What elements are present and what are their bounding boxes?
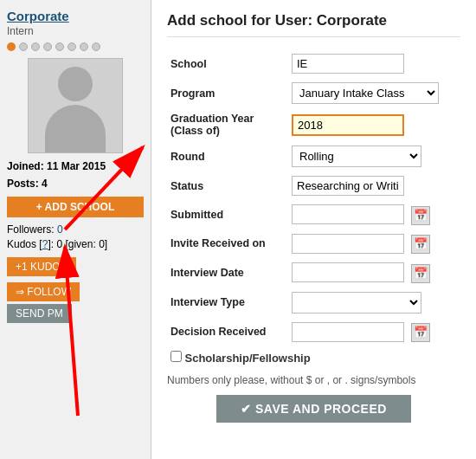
- follow-pm-buttons: ⇒ FOLLOW SEND PM: [7, 280, 144, 323]
- main-form: Add school for User: Corporate School Pr…: [151, 0, 476, 459]
- interview-date-calendar-icon[interactable]: 📅: [411, 264, 430, 283]
- interview-date-cell: 📅: [288, 258, 460, 288]
- dot-7: [80, 42, 88, 51]
- decision-calendar-icon[interactable]: 📅: [411, 323, 430, 342]
- posts-count: 4: [42, 178, 48, 190]
- avatar-head: [58, 67, 93, 101]
- followers-count-link[interactable]: 0: [57, 223, 63, 236]
- invite-label: Invite Received on: [167, 230, 288, 259]
- round-row: Round Rolling Round 1 Round 2 Round 3: [167, 141, 460, 171]
- interview-date-row: Interview Date 📅: [167, 258, 460, 288]
- round-select[interactable]: Rolling Round 1 Round 2 Round 3: [292, 145, 421, 167]
- sidebar-username[interactable]: Corporate: [7, 9, 144, 23]
- invite-input[interactable]: [292, 234, 404, 254]
- joined-date: 11 Mar 2015: [47, 160, 106, 172]
- sidebar-role: Intern: [7, 25, 144, 37]
- form-title: Add school for User: Corporate: [167, 12, 460, 37]
- grad-year-label: Graduation Year (Class of): [167, 108, 288, 141]
- scholarship-cell: Scholarship/Fellowship: [167, 346, 460, 369]
- kudos-help-link[interactable]: ?: [42, 238, 48, 250]
- submitted-input[interactable]: [292, 204, 404, 224]
- submitted-label: Submitted: [167, 200, 288, 230]
- scholarship-row: Scholarship/Fellowship: [167, 346, 460, 369]
- submitted-row: Submitted 📅: [167, 200, 460, 230]
- scholarship-checkbox[interactable]: [170, 351, 182, 362]
- interview-type-cell: On Campus Off Campus Phone Skype: [288, 288, 460, 318]
- kudos-button[interactable]: +1 KUDOS: [7, 257, 76, 276]
- save-proceed-button[interactable]: ✔ SAVE AND PROCEED: [216, 395, 411, 423]
- dot-6: [68, 42, 76, 51]
- followers-label: Followers:: [7, 223, 55, 236]
- dot-2: [19, 42, 28, 51]
- school-input[interactable]: [292, 54, 404, 74]
- avatar-silhouette: [45, 67, 106, 145]
- dot-4: [43, 42, 52, 51]
- joined-info: Joined: 11 Mar 2015: [7, 160, 144, 172]
- joined-label: Joined:: [7, 160, 44, 172]
- kudos-count: 0: [56, 238, 62, 250]
- avatar: [28, 58, 123, 153]
- reputation-dots: [7, 42, 144, 51]
- interview-type-label: Interview Type: [167, 288, 288, 318]
- dot-3: [31, 42, 40, 51]
- action-buttons: +1 KUDOS: [7, 255, 144, 276]
- kudos-given-label: given:: [68, 238, 96, 250]
- status-row: Status: [167, 171, 460, 200]
- decision-input[interactable]: [292, 322, 404, 342]
- status-label: Status: [167, 171, 288, 200]
- avatar-body: [45, 105, 106, 152]
- round-label: Round: [167, 141, 288, 171]
- followers-info: Followers: 0: [7, 223, 144, 236]
- program-label: Program: [167, 78, 288, 108]
- invite-row: Invite Received on 📅: [167, 230, 460, 259]
- status-cell: [288, 171, 460, 200]
- kudos-label: Kudos: [7, 238, 36, 250]
- note-text: Numbers only please, without $ or , or .…: [167, 374, 460, 386]
- interview-type-row: Interview Type On Campus Off Campus Phon…: [167, 288, 460, 318]
- add-school-button[interactable]: + ADD SCHOOL: [7, 197, 144, 217]
- dot-8: [92, 42, 100, 51]
- send-pm-button[interactable]: SEND PM: [7, 304, 72, 323]
- interview-date-label: Interview Date: [167, 258, 288, 288]
- program-select[interactable]: January Intake Class September Intake Cl…: [292, 82, 439, 104]
- school-cell: [288, 49, 460, 78]
- submitted-cell: 📅: [288, 200, 460, 230]
- school-label: School: [167, 49, 288, 78]
- kudos-info: Kudos [?]: 0 [given: 0]: [7, 238, 144, 250]
- submitted-calendar-icon[interactable]: 📅: [411, 206, 430, 225]
- interview-type-select[interactable]: On Campus Off Campus Phone Skype: [292, 292, 421, 314]
- dot-5: [55, 42, 64, 51]
- status-input[interactable]: [292, 176, 404, 196]
- follow-button[interactable]: ⇒ FOLLOW: [7, 282, 80, 301]
- grad-year-row: Graduation Year (Class of): [167, 108, 460, 141]
- invite-cell: 📅: [288, 230, 460, 259]
- round-cell: Rolling Round 1 Round 2 Round 3: [288, 141, 460, 171]
- decision-label: Decision Received: [167, 318, 288, 347]
- program-row: Program January Intake Class September I…: [167, 78, 460, 108]
- kudos-given-count: 0: [99, 238, 105, 250]
- grad-year-input[interactable]: [292, 114, 404, 136]
- form-fields-table: School Program January Intake Class Sept…: [167, 49, 460, 369]
- interview-date-input[interactable]: [292, 262, 404, 282]
- grad-year-cell: [288, 108, 460, 141]
- decision-row: Decision Received 📅: [167, 318, 460, 347]
- invite-calendar-icon[interactable]: 📅: [411, 235, 430, 254]
- posts-label: Posts:: [7, 178, 39, 190]
- decision-cell: 📅: [288, 318, 460, 347]
- dot-1: [7, 42, 16, 51]
- scholarship-label: Scholarship/Fellowship: [184, 352, 310, 365]
- school-row: School: [167, 49, 460, 78]
- program-cell: January Intake Class September Intake Cl…: [288, 78, 460, 108]
- posts-info: Posts: 4: [7, 178, 144, 190]
